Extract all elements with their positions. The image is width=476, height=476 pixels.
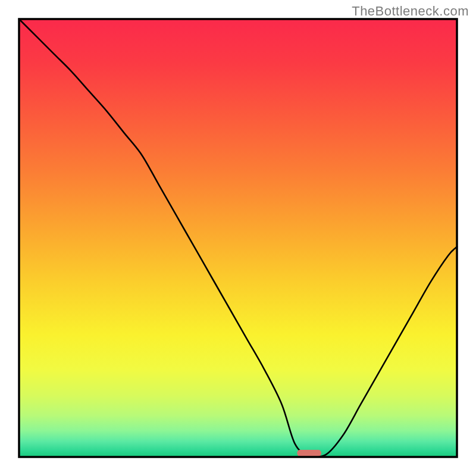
optimum-marker xyxy=(297,450,321,456)
bottleneck-chart xyxy=(0,0,476,476)
plot-background xyxy=(19,19,457,457)
watermark-text: TheBottleneck.com xyxy=(352,4,469,19)
chart-container: TheBottleneck.com xyxy=(0,0,476,476)
